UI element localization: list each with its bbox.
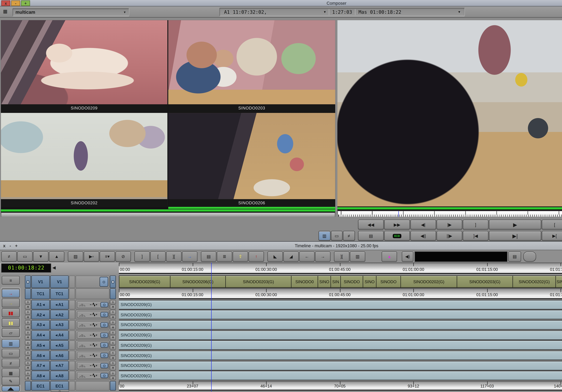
source-track-button-A4[interactable]: A4◀ bbox=[31, 330, 50, 340]
timecode-info-bar[interactable]: A1 11:07:32:02, ▼ 1:27:03 Mas 01:00:18:2… bbox=[219, 8, 465, 16]
chevron-down-icon[interactable]: ▼ bbox=[324, 10, 326, 14]
effect-source-button[interactable]: ≡▾ bbox=[100, 251, 115, 262]
audio-display-button[interactable]: ≠ bbox=[343, 231, 355, 241]
source-position-bar[interactable] bbox=[1, 212, 335, 217]
track-content-EC1[interactable]: 0023+0746+1470+0593+12117+03140+10164+01 bbox=[119, 381, 562, 391]
source-clip-selector[interactable]: multicam ▼ bbox=[12, 8, 129, 16]
track-power-button-A6[interactable]: ⊙ bbox=[101, 353, 108, 358]
waveform-button-A6[interactable]: ⣠⣶⣄ bbox=[78, 353, 87, 357]
mark-out-button[interactable]: ] bbox=[463, 220, 489, 230]
mute-button-A3-right[interactable]: M bbox=[110, 325, 116, 330]
gang-button[interactable]: OIO bbox=[384, 231, 410, 241]
pen-tool-button[interactable]: ✎ bbox=[2, 377, 20, 385]
source-track-button-A2[interactable]: A2◀ bbox=[31, 310, 50, 319]
extract-button[interactable]: ↑ bbox=[248, 251, 264, 262]
pan-automation-button-A5[interactable]: ▪─▚ ▾ bbox=[87, 344, 100, 347]
timeline-position-timecode[interactable]: 01:00:18:22 bbox=[1, 263, 51, 272]
record-video[interactable] bbox=[338, 20, 562, 206]
track-monitor-right-TC1[interactable] bbox=[110, 288, 116, 299]
track-monitor-EC1[interactable] bbox=[25, 381, 31, 391]
record-position-bar[interactable] bbox=[338, 211, 562, 217]
mark-out-button[interactable]: ] bbox=[134, 251, 150, 262]
track-power-button-A8[interactable]: ⊙ bbox=[101, 373, 108, 378]
source-track-button-A7[interactable]: A7◀ bbox=[31, 361, 50, 370]
mixer-view-button[interactable]: ≠ bbox=[2, 359, 20, 367]
track-monitor-right-EC1[interactable] bbox=[110, 381, 116, 391]
trim-both-button[interactable]: ][ bbox=[334, 251, 349, 262]
mute-button-A6-right[interactable]: M bbox=[110, 356, 116, 360]
track-content-TC1[interactable]: 00:0001:00:15:0001:00:30:0001:00:45:0001… bbox=[119, 288, 562, 299]
source-track-button-A6[interactable]: A6◀ bbox=[31, 351, 50, 360]
angle-video-4[interactable] bbox=[168, 113, 335, 207]
pan-automation-button-A4[interactable]: ▪─▚ ▾ bbox=[87, 333, 100, 337]
track-content-A8[interactable]: SINODO0209(G) bbox=[119, 371, 562, 380]
record-track-button-A2[interactable]: ◀A2 bbox=[50, 310, 69, 319]
source-track-button-EC1[interactable]: EC1 bbox=[31, 381, 50, 391]
waveform-button-A4[interactable]: ⣠⣶⣄ bbox=[78, 333, 87, 337]
step-forward-10-button[interactable]: ||▶ bbox=[437, 231, 462, 241]
angle-video-2[interactable] bbox=[168, 20, 335, 112]
track-monitor-V1[interactable] bbox=[25, 276, 31, 288]
full-display-button[interactable]: ▭ bbox=[331, 231, 342, 241]
segment-overwrite-button[interactable]: → bbox=[2, 289, 20, 297]
mute-button-A2-right[interactable]: M bbox=[110, 315, 116, 319]
clip-info-button[interactable]: ▤ bbox=[358, 231, 384, 241]
record-playhead[interactable] bbox=[398, 211, 399, 217]
track-content-A4[interactable]: SINODO0209(G) bbox=[119, 330, 562, 340]
record-track-button-A4[interactable]: ◀A4 bbox=[50, 330, 69, 340]
track-power-button-A4[interactable]: ⊙ bbox=[101, 333, 108, 338]
source-clip-menu-icon[interactable]: ▦ bbox=[3, 9, 8, 14]
solo-button-A2-right[interactable]: S bbox=[110, 310, 116, 314]
mute-button-A4[interactable]: M bbox=[25, 335, 31, 340]
solo-button-A1-right[interactable]: S bbox=[110, 300, 116, 304]
trim-b-button[interactable]: ◢ bbox=[283, 251, 299, 262]
track-power-button-V1[interactable]: ⊙ bbox=[100, 277, 108, 287]
solo-button-A5-right[interactable]: S bbox=[110, 341, 116, 345]
track-content-A7[interactable]: SINODO0209(G) bbox=[119, 361, 562, 370]
mute-button-A3[interactable]: M bbox=[25, 325, 31, 330]
step-backward-button[interactable]: ◀| bbox=[410, 220, 436, 230]
track-bars-button[interactable]: ▥ bbox=[350, 251, 365, 262]
mute-button-A7-right[interactable]: M bbox=[110, 366, 116, 370]
waveform-button-A2[interactable]: ⣠⣶⣄ bbox=[78, 313, 87, 317]
audio-mixer-button[interactable]: ≠ bbox=[1, 251, 17, 262]
timeline-clip[interactable]: SIN bbox=[331, 276, 340, 288]
roll-right-button[interactable]: → bbox=[315, 251, 330, 262]
pan-automation-button-A3[interactable]: ▪─▚ ▾ bbox=[87, 323, 100, 327]
track-power-button-A5[interactable]: ⊙ bbox=[101, 343, 108, 348]
render-button[interactable]: ▶▫ bbox=[84, 251, 99, 262]
mark-in-button[interactable]: [ bbox=[542, 220, 562, 230]
effect-mode-button[interactable]: ▱ bbox=[2, 328, 20, 337]
timeline-clip[interactable]: SIN bbox=[555, 276, 562, 288]
roll-left-button[interactable]: ← bbox=[299, 251, 315, 262]
mute-button-A4-right[interactable]: M bbox=[110, 335, 116, 340]
waveform-button-A3[interactable]: ⣠⣶⣄ bbox=[78, 323, 87, 327]
quad-split-display-button[interactable]: ▥ bbox=[318, 231, 330, 241]
timeline-clip[interactable]: SINODO0203(G) bbox=[457, 276, 512, 288]
timeline-clip[interactable]: SINODO0209(G) bbox=[119, 276, 170, 288]
mute-button-A8[interactable]: M bbox=[25, 376, 31, 380]
speaker-button[interactable]: ◀) bbox=[402, 251, 413, 262]
go-to-in-button[interactable]: ]◀ bbox=[463, 231, 489, 241]
record-track-button-A7[interactable]: ◀A7 bbox=[50, 361, 69, 370]
source-track-button-TC1[interactable]: TC1 bbox=[31, 288, 50, 299]
angle-tile-1[interactable]: SINODO0209 bbox=[1, 20, 167, 112]
mark-in-button[interactable]: [ bbox=[150, 251, 166, 262]
mute-button-A1-right[interactable]: M bbox=[110, 305, 116, 309]
step-back-10-button[interactable]: ◀|| bbox=[410, 231, 436, 241]
pan-automation-button-A1[interactable]: ▪─▚ ▾ bbox=[87, 303, 100, 306]
mute-button-A8-right[interactable]: M bbox=[110, 376, 116, 380]
solo-button-A6[interactable]: S bbox=[25, 351, 31, 355]
source-track-button-A1[interactable]: A1◀ bbox=[31, 300, 50, 309]
solo-button-A2[interactable]: S bbox=[25, 310, 31, 314]
trim-yellow-button[interactable]: ▮▮ bbox=[2, 319, 20, 327]
angle-tile-3[interactable]: SINODO0202 bbox=[1, 113, 167, 207]
timeline-clip[interactable]: SINODO bbox=[340, 276, 363, 288]
segment-bars-button[interactable]: ▤ bbox=[201, 251, 216, 262]
waveform-button-A8[interactable]: ⣠⣶⣄ bbox=[78, 374, 87, 378]
pan-automation-button-A6[interactable]: ▪─▚ ▾ bbox=[87, 354, 100, 357]
timeline-clip[interactable]: SINODO bbox=[376, 276, 400, 288]
segment-splice-button[interactable]: → bbox=[2, 299, 20, 307]
record-track-button-A8[interactable]: ◀A8 bbox=[50, 371, 69, 380]
step-forward-button[interactable]: |▶ bbox=[437, 220, 462, 230]
